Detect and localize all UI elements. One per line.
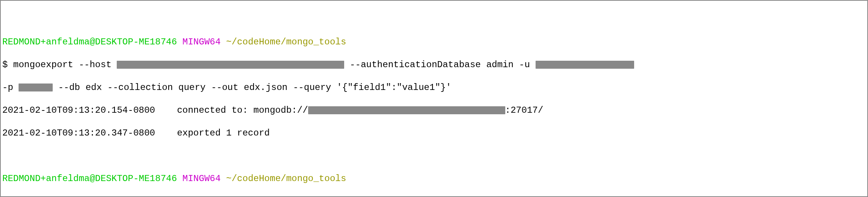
blank-line: [2, 150, 866, 162]
output-connected: 2021-02-10T09:13:20.154-0800 connected t…: [2, 105, 866, 116]
cmd-text: --authenticationDatabase admin -u: [344, 60, 535, 70]
output-text: 2021-02-10T09:13:20.154-0800 connected t…: [2, 105, 308, 115]
redacted-password: [19, 84, 53, 92]
redacted-connection: [308, 106, 505, 115]
prompt-line-1: REDMOND+anfeldma@DESKTOP-ME18746 MINGW64…: [2, 36, 866, 48]
prompt-user: REDMOND+anfeldma@DESKTOP-ME18746: [2, 37, 177, 47]
prompt-env: MINGW64: [182, 173, 221, 184]
cmd-text: $ mongoexport --host: [2, 60, 117, 70]
output-exported: 2021-02-10T09:13:20.347-0800 exported 1 …: [2, 128, 866, 139]
prompt-env: MINGW64: [182, 37, 221, 47]
prompt-line-2: REDMOND+anfeldma@DESKTOP-ME18746 MINGW64…: [2, 173, 866, 184]
command-mongoexport-line1: $ mongoexport --host --authenticationDat…: [2, 59, 866, 71]
command-mongoexport-line2: -p --db edx --collection query --out edx…: [2, 82, 866, 93]
redacted-host: [117, 61, 344, 69]
prompt-path: ~/codeHome/mongo_tools: [226, 37, 346, 47]
cmd-text: --db edx --collection query --out edx.js…: [53, 82, 451, 93]
cmd-text: -p: [2, 82, 19, 93]
prompt-path: ~/codeHome/mongo_tools: [226, 173, 346, 184]
redacted-user: [536, 61, 634, 69]
output-text: :27017/: [505, 105, 544, 115]
prompt-user: REDMOND+anfeldma@DESKTOP-ME18746: [2, 173, 177, 184]
